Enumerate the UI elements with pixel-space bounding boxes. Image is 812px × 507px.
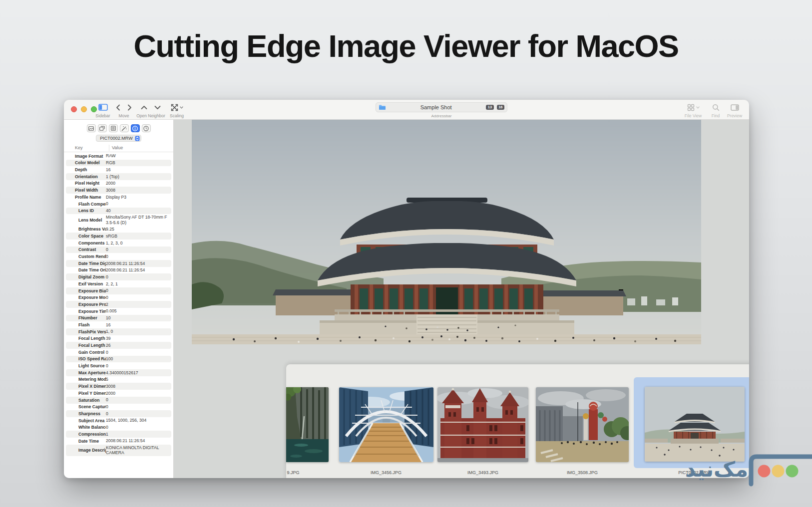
metadata-row[interactable]: Compression 1 (66, 431, 171, 438)
metadata-key: Light Source (69, 363, 106, 368)
metadata-row[interactable]: Sharpness 0 (66, 410, 171, 417)
metadata-key: Profile Name (69, 195, 106, 200)
metadata-row[interactable]: ISO Speed Rat... 100 (66, 356, 171, 363)
metadata-row[interactable]: Color Space sRGB (66, 233, 171, 240)
metadata-row[interactable]: Exposure Bias... 0 (66, 287, 171, 294)
metadata-value: 1, 0 (106, 328, 168, 335)
metadata-value: 0 (106, 247, 168, 253)
mode-versions-button[interactable] (98, 124, 107, 132)
metadata-value: 0 (106, 397, 168, 403)
folder-icon (379, 104, 386, 110)
metadata-row[interactable]: Pixel X Dimen... 3008 (66, 383, 171, 390)
sidebar-toggle-button[interactable]: Sidebar (91, 103, 115, 118)
sidebar-icon (98, 104, 108, 111)
metadata-row[interactable]: Scene Capture... 0 (66, 404, 171, 411)
metadata-row[interactable]: Lens ID 40 (66, 208, 171, 215)
metadata-value: 0 (106, 287, 168, 294)
metadata-row[interactable]: Contrast 0 (66, 247, 171, 254)
main-image[interactable] (192, 120, 701, 344)
metadata-key: Saturation (69, 398, 106, 403)
metadata-key: Max Aperture... (69, 370, 106, 375)
metadata-row[interactable]: Exif Version 2, 2, 1 (66, 280, 171, 287)
metadata-key: Metering Mode (69, 377, 106, 382)
scaling-button[interactable]: Scaling (166, 103, 188, 118)
mode-list-button[interactable] (109, 124, 118, 132)
metadata-key: Exif Version (69, 281, 106, 286)
count-badge-left: 13 (486, 105, 493, 110)
metadata-row[interactable]: Components C... 1, 2, 3, 0 (66, 240, 171, 247)
minimize-window-button[interactable] (81, 106, 87, 112)
metadata-row[interactable]: Exposure Time 0.005 (66, 308, 171, 315)
metadata-row[interactable]: Image Format RAW (66, 153, 171, 160)
metadata-value: 2, 2, 1 (106, 281, 168, 287)
metadata-row[interactable]: Pixel Y Dimens... 2000 (66, 390, 171, 397)
mode-info-button[interactable] (131, 124, 140, 132)
metadata-value: 0.005 (106, 308, 168, 314)
thumbnail-city-street-cathedral[interactable] (536, 387, 629, 462)
metadata-row[interactable]: FNumber 10 (66, 315, 171, 322)
metadata-value: 1, 2, 3, 0 (106, 240, 168, 247)
metadata-row[interactable]: Pixel Height 2000 (66, 180, 171, 187)
metadata-key: FlashPix Version (69, 329, 106, 334)
mode-image-button[interactable] (87, 124, 96, 132)
find-button[interactable]: Find (707, 103, 724, 118)
popup-stepper-icon (135, 136, 140, 141)
file-selector-value: PICT0002.MRW (100, 136, 132, 141)
metadata-row[interactable]: Gain Control 0 (66, 349, 171, 356)
file-view-button[interactable]: File View (680, 103, 706, 118)
thumbnail-label-selected: PICT0002.MRW (678, 470, 711, 475)
metadata-row[interactable]: Exposure Prog... 2 (66, 301, 171, 308)
thumbnail-cliff-lagoon[interactable] (286, 387, 329, 462)
watermark-window-icon (748, 453, 812, 493)
metadata-key: Pixel Width (69, 188, 106, 193)
file-selector-dropdown[interactable]: PICT0002.MRW (96, 135, 141, 142)
metadata-row[interactable]: Focal Length I... 39 (66, 335, 171, 342)
thumbnail-image-city-street-cathedral (536, 387, 629, 462)
metadata-row[interactable]: Exposure Mode 0 (66, 294, 171, 301)
metadata-row[interactable]: Lens Model Minolta/Sony AF DT 18-70mm F … (66, 214, 171, 226)
metadata-row[interactable]: Flash 16 (66, 321, 171, 328)
metadata-row[interactable]: Flash Compen... 0 (66, 201, 171, 208)
metadata-value: 0 (106, 254, 168, 260)
metadata-row[interactable]: Pixel Width 3008 (66, 187, 171, 194)
move-buttons[interactable]: Move (112, 103, 136, 118)
metadata-row[interactable]: Date Time Ori... 2008:06:21 11:26:54 (66, 267, 171, 274)
metadata-key: Pixel X Dimen... (69, 384, 106, 389)
metadata-row[interactable]: Date Time 2008:06:21 11:26:54 (66, 438, 171, 445)
metadata-row[interactable]: Image Descrip... KONICA MINOLTA DIGITAL … (66, 445, 171, 456)
metadata-row[interactable]: Focal Length 26 (66, 342, 171, 349)
metadata-row[interactable]: Max Aperture... 4.340000152617 (66, 369, 171, 376)
thumbnail-korean-palace[interactable] (645, 387, 745, 462)
mode-adjust-button[interactable] (120, 124, 129, 132)
addressbar[interactable]: Sample Shot 13 16 (376, 102, 507, 112)
metadata-row[interactable]: Custom Rende... 0 (66, 253, 171, 260)
preview-button[interactable]: Preview (723, 103, 746, 118)
metadata-row[interactable]: Depth 16 (66, 166, 171, 173)
thumbnail-arch-bridge[interactable] (339, 387, 433, 462)
thumbnail-red-brick-museum[interactable] (437, 387, 528, 462)
mode-history-button[interactable] (142, 124, 151, 132)
metadata-row[interactable]: Orientation 1 (Top) (66, 173, 171, 180)
metadata-row[interactable]: Brightness Val... 9.25 (66, 226, 171, 233)
metadata-row[interactable]: Metering Mode 5 (66, 376, 171, 383)
close-window-button[interactable] (71, 106, 77, 112)
open-neighbor-buttons[interactable]: Open Neighbor (134, 103, 168, 118)
addressbar-wrap: Sample Shot 13 16 Addressbar (376, 102, 507, 118)
metadata-row[interactable]: Saturation 0 (66, 397, 171, 404)
metadata-value: 1 (106, 431, 168, 438)
metadata-row[interactable]: Profile Name Display P3 (66, 194, 171, 201)
metadata-row[interactable]: White Balance 0 (66, 424, 171, 431)
metadata-value: 0 (106, 349, 168, 356)
magic-wand-icon (121, 126, 127, 131)
metadata-row[interactable]: Digital Zoom R... 0 (66, 273, 171, 280)
metadata-row[interactable]: Date Time Digi... 2008:06:21 11:26:54 (66, 260, 171, 267)
metadata-row[interactable]: FlashPix Version 1, 0 (66, 328, 171, 335)
metadata-row[interactable]: Subject Area 1504, 1000, 256, 304 (66, 417, 171, 424)
metadata-row[interactable]: Color Model RGB (66, 160, 171, 167)
metadata-key: Scene Capture... (69, 404, 106, 409)
chevron-left-icon (116, 104, 120, 111)
metadata-value: RAW (106, 153, 168, 159)
metadata-row[interactable]: Light Source 0 (66, 362, 171, 369)
metadata-value: 0 (106, 404, 168, 410)
count-badge-right: 16 (497, 105, 504, 110)
